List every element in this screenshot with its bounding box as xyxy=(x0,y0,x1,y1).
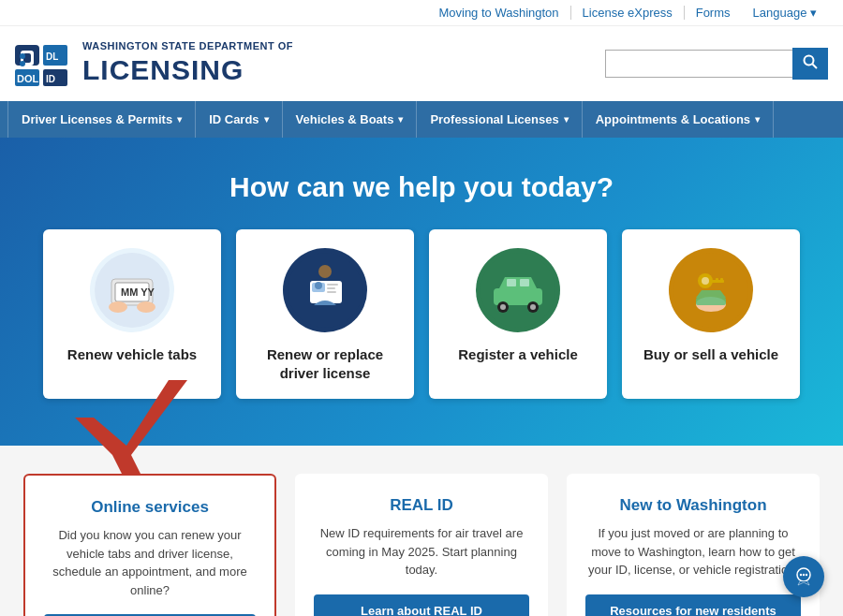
buy-sell-vehicle-label: Buy or sell a vehicle xyxy=(643,345,778,364)
search-area xyxy=(605,48,828,80)
nav-professional-licenses[interactable]: Professional Licenses ▾ xyxy=(417,101,582,138)
svg-marker-44 xyxy=(112,455,140,474)
logo-dept: WASHINGTON STATE DEPARTMENT OF xyxy=(82,40,293,52)
svg-point-4 xyxy=(20,61,25,66)
site-header: DOL DL ID WASHINGTON STATE DEPARTMENT OF… xyxy=(0,26,843,101)
svg-point-22 xyxy=(315,282,322,289)
svg-point-46 xyxy=(800,574,802,576)
svg-point-11 xyxy=(805,56,814,66)
license-express-link[interactable]: License eXpress xyxy=(571,6,685,20)
chevron-down-icon: ▾ xyxy=(264,114,269,125)
svg-line-12 xyxy=(813,65,818,69)
svg-point-47 xyxy=(803,574,805,576)
buy-sell-vehicle-card[interactable]: Buy or sell a vehicle xyxy=(622,229,800,399)
real-id-desc: New ID requirements for air travel are c… xyxy=(314,524,529,579)
arrow-indicator xyxy=(75,380,187,477)
renew-driver-license-label: Renew or replace driver license xyxy=(247,345,403,382)
hero-title: How can we help you today? xyxy=(19,171,824,203)
svg-point-34 xyxy=(530,304,536,310)
logo-text: WASHINGTON STATE DEPARTMENT OF LICENSING xyxy=(82,40,293,86)
online-services-title: Online services xyxy=(91,498,209,517)
new-to-washington-desc: If you just moved or are planning to mov… xyxy=(585,524,801,579)
logo-icon: DOL DL ID xyxy=(15,36,71,92)
main-nav: Driver Licenses & Permits ▾ ID Cards ▾ V… xyxy=(0,101,843,138)
new-to-washington-card: New to Washington If you just moved or a… xyxy=(567,474,820,616)
svg-point-48 xyxy=(806,574,807,576)
hero-cards: MM YY Renew vehicle tabs xyxy=(19,229,824,399)
renew-tabs-icon: MM YY xyxy=(90,248,174,332)
svg-rect-25 xyxy=(327,291,336,293)
svg-rect-40 xyxy=(720,278,723,283)
renew-vehicle-tabs-label: Renew vehicle tabs xyxy=(67,345,197,364)
nav-vehicles-boats[interactable]: Vehicles & Boats ▾ xyxy=(283,101,418,138)
svg-point-26 xyxy=(318,265,332,278)
svg-point-17 xyxy=(109,301,127,313)
svg-rect-23 xyxy=(327,284,338,286)
moving-to-washington-link[interactable]: Moving to Washington xyxy=(427,6,570,20)
forms-link[interactable]: Forms xyxy=(685,6,742,20)
register-vehicle-label: Register a vehicle xyxy=(458,345,578,364)
learn-about-real-id-button[interactable]: Learn about REAL ID xyxy=(314,594,529,617)
search-input[interactable] xyxy=(605,50,792,78)
svg-text:DOL: DOL xyxy=(17,73,39,84)
svg-rect-42 xyxy=(696,298,726,305)
svg-point-3 xyxy=(20,53,25,59)
language-button[interactable]: Language ▾ xyxy=(742,6,828,20)
resources-for-new-residents-button[interactable]: Resources for new residents xyxy=(585,594,801,617)
online-services-card: Online services Did you know you can ren… xyxy=(23,474,276,616)
renew-driver-license-card[interactable]: Renew or replace driver license xyxy=(236,229,414,399)
real-id-title: REAL ID xyxy=(390,496,453,515)
nav-driver-licenses[interactable]: Driver Licenses & Permits ▾ xyxy=(7,101,196,138)
nav-appointments-locations[interactable]: Appointments & Locations ▾ xyxy=(583,101,774,138)
nav-id-cards[interactable]: ID Cards ▾ xyxy=(196,101,282,138)
chevron-down-icon: ▾ xyxy=(564,114,569,125)
new-to-washington-title: New to Washington xyxy=(619,496,766,515)
svg-point-38 xyxy=(702,277,709,285)
chevron-down-icon: ▾ xyxy=(177,114,182,125)
svg-rect-41 xyxy=(716,278,718,282)
real-id-card: REAL ID New ID requirements for air trav… xyxy=(295,474,548,616)
svg-marker-43 xyxy=(75,380,187,455)
svg-text:DL: DL xyxy=(46,51,58,62)
chevron-down-icon: ▾ xyxy=(398,114,403,125)
logo-licensing: LICENSING xyxy=(82,53,293,87)
renew-license-icon xyxy=(283,248,367,332)
chevron-down-icon: ▾ xyxy=(755,114,760,125)
online-services-desc: Did you know you can renew your vehicle … xyxy=(44,526,256,599)
renew-vehicle-tabs-card[interactable]: MM YY Renew vehicle tabs xyxy=(43,229,221,399)
search-button[interactable] xyxy=(792,48,828,80)
chatbot-button[interactable] xyxy=(783,556,824,597)
svg-rect-24 xyxy=(327,287,335,289)
svg-point-18 xyxy=(137,301,155,313)
svg-rect-30 xyxy=(520,279,529,286)
logo-area[interactable]: DOL DL ID WASHINGTON STATE DEPARTMENT OF… xyxy=(15,36,293,92)
register-vehicle-icon xyxy=(476,248,560,332)
bottom-wrapper: Online services Did you know you can ren… xyxy=(0,446,843,616)
top-utility-bar: Moving to Washington License eXpress For… xyxy=(0,0,843,26)
svg-point-32 xyxy=(500,304,506,310)
svg-rect-29 xyxy=(507,279,516,286)
buy-sell-icon xyxy=(669,248,753,332)
register-vehicle-card[interactable]: Register a vehicle xyxy=(429,229,607,399)
svg-text:ID: ID xyxy=(46,74,55,84)
svg-text:MM  YY: MM YY xyxy=(121,286,155,298)
